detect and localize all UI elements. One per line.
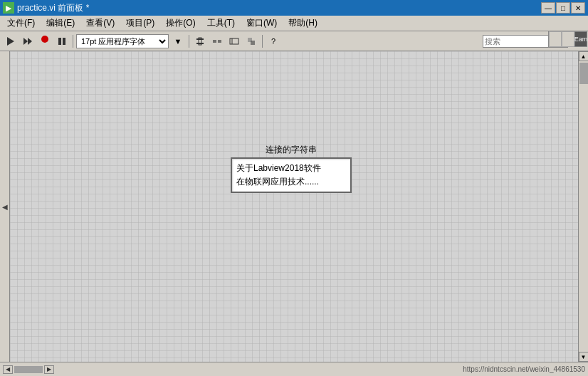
status-url: https://nidntcscin.net/weixin_44861530: [463, 365, 585, 373]
pause-button[interactable]: [54, 33, 70, 49]
svg-marker-0: [7, 37, 14, 46]
menu-edit[interactable]: 编辑(E): [41, 16, 80, 31]
stop-button[interactable]: [37, 33, 53, 49]
align-button[interactable]: [192, 33, 208, 49]
status-bar: ◀ ▶ https://nidntcscin.net/weixin_448615…: [0, 362, 588, 376]
maximize-button[interactable]: □: [556, 2, 570, 14]
title-bar-text: practice.vi 前面板 *: [17, 2, 541, 14]
svg-marker-1: [23, 38, 28, 45]
scroll-down-arrow[interactable]: ▼: [579, 352, 589, 362]
separator-2: [189, 35, 189, 48]
svg-rect-5: [63, 38, 65, 45]
menu-operate[interactable]: 操作(O): [160, 16, 201, 31]
search-input[interactable]: [483, 35, 554, 48]
menu-help[interactable]: 帮助(H): [283, 16, 323, 31]
resize-button[interactable]: [226, 33, 242, 49]
help-button[interactable]: ?: [266, 33, 281, 49]
string-line-1: 关于Labview2018软件: [236, 162, 346, 175]
toolbar: 17pt 应用程序字体 ▼ ?: [0, 31, 588, 51]
run-continuously-button[interactable]: [20, 33, 36, 49]
string-control[interactable]: 连接的字符串 关于Labview2018软件 在物联网应用技术......: [231, 144, 352, 193]
scroll-right-arrow[interactable]: ▶: [44, 365, 54, 374]
menu-file[interactable]: 文件(F): [1, 16, 41, 31]
h-scroll-thumb[interactable]: [14, 366, 43, 373]
separator-1: [73, 35, 73, 48]
svg-rect-14: [251, 41, 255, 45]
svg-rect-11: [230, 38, 238, 44]
string-line-2: 在物联网应用技术......: [236, 175, 346, 189]
run-button[interactable]: [3, 33, 19, 49]
svg-rect-4: [58, 38, 61, 45]
title-bar: ▶ practice.vi 前面板 * — □ ✕: [0, 0, 588, 16]
close-button[interactable]: ✕: [571, 2, 585, 14]
svg-rect-6: [196, 38, 204, 40]
title-bar-controls: — □ ✕: [541, 2, 585, 14]
left-arrow-icon: ◀: [2, 203, 8, 211]
icon-cell-2: [562, 31, 574, 47]
string-label: 连接的字符串: [231, 144, 352, 156]
app-icon: ▶: [3, 2, 14, 14]
menu-bar: 文件(F) 编辑(E) 查看(V) 项目(P) 操作(O) 工具(T) 窗口(W…: [0, 16, 588, 31]
svg-marker-2: [28, 38, 32, 45]
icon-grid-top: Eam: [548, 31, 588, 47]
distribute-button[interactable]: [209, 33, 225, 49]
menu-window[interactable]: 窗口(W): [241, 16, 283, 31]
font-dropdown-btn[interactable]: ▼: [170, 33, 186, 49]
svg-rect-9: [213, 40, 216, 43]
svg-rect-10: [218, 40, 221, 43]
canvas-area[interactable]: 连接的字符串 关于Labview2018软件 在物联网应用技术...... ▲ …: [10, 51, 588, 362]
menu-tools[interactable]: 工具(T): [201, 16, 241, 31]
minimize-button[interactable]: —: [541, 2, 555, 14]
font-select[interactable]: 17pt 应用程序字体: [76, 34, 169, 48]
scroll-thumb[interactable]: [579, 63, 588, 84]
reorder-button[interactable]: [243, 33, 259, 49]
h-scrollbar: ◀ ▶: [3, 365, 54, 374]
separator-3: [262, 35, 263, 48]
left-scroll-area[interactable]: ◀: [0, 51, 10, 362]
menu-project[interactable]: 项目(P): [120, 16, 160, 31]
menu-view[interactable]: 查看(V): [80, 16, 120, 31]
string-box[interactable]: 关于Labview2018软件 在物联网应用技术......: [231, 157, 352, 193]
scroll-left-arrow[interactable]: ◀: [3, 365, 13, 374]
svg-point-3: [41, 36, 48, 43]
main-content: ◀ 连接的字符串 关于Labview2018软件 在物联网应用技术...... …: [0, 51, 588, 362]
right-scrollbar: ▲ ▼: [578, 51, 588, 362]
icon-cell-1: [549, 31, 562, 47]
svg-rect-7: [196, 43, 204, 44]
icon-cell-3: Eam: [574, 31, 587, 47]
scroll-up-arrow[interactable]: ▲: [579, 51, 589, 61]
scroll-track: [579, 61, 588, 352]
